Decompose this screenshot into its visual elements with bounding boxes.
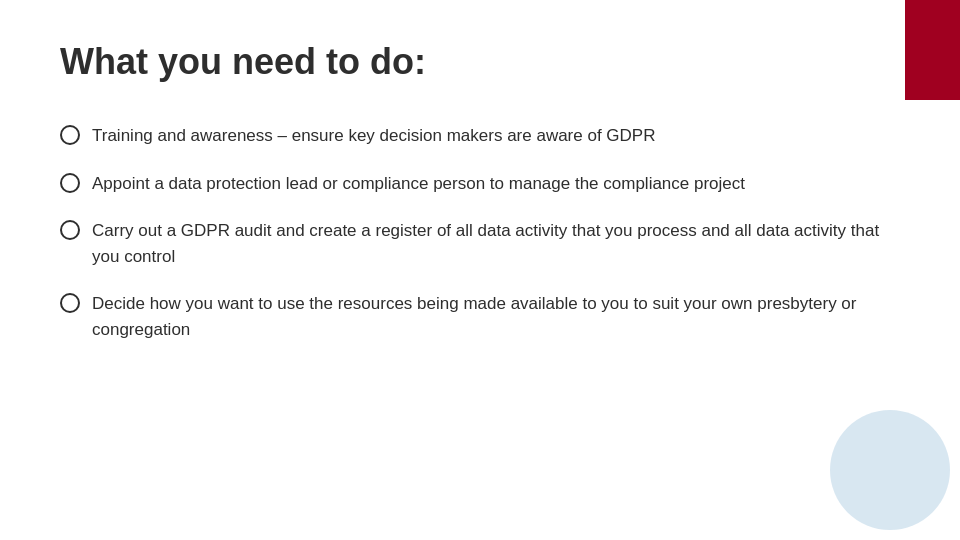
bullet-list: Training and awareness – ensure key deci… [60,123,900,342]
list-item: Training and awareness – ensure key deci… [60,123,900,149]
deco-rect-top [905,0,960,100]
slide-title: What you need to do: [60,40,900,83]
bullet-dot-1 [60,125,80,145]
bullet-text-3: Carry out a GDPR audit and create a regi… [92,218,900,269]
bullet-text-1: Training and awareness – ensure key deci… [92,123,900,149]
list-item: Decide how you want to use the resources… [60,291,900,342]
bullet-dot-2 [60,173,80,193]
deco-circle-bottom [830,410,950,530]
list-item: Appoint a data protection lead or compli… [60,171,900,197]
slide-container: What you need to do: Training and awaren… [0,0,960,540]
list-item: Carry out a GDPR audit and create a regi… [60,218,900,269]
bullet-dot-4 [60,293,80,313]
bullet-text-4: Decide how you want to use the resources… [92,291,900,342]
bullet-text-2: Appoint a data protection lead or compli… [92,171,900,197]
bullet-dot-3 [60,220,80,240]
